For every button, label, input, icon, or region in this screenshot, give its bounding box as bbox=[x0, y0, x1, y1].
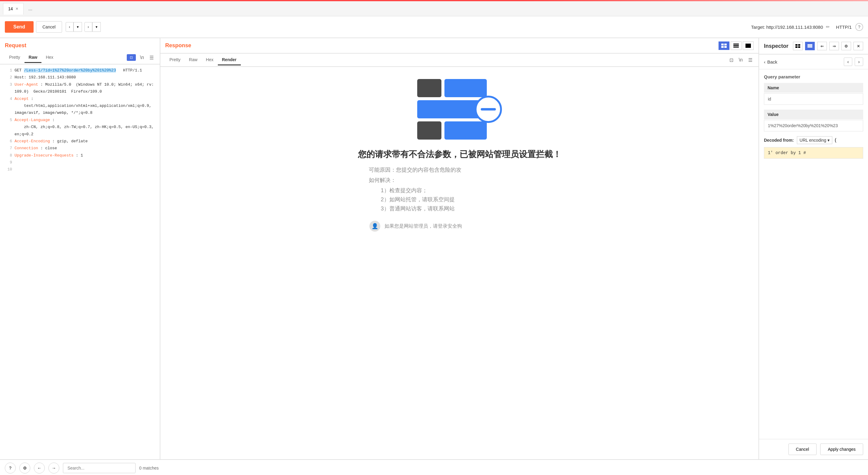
inspector-prev-arrow[interactable]: ‹ bbox=[844, 58, 852, 66]
request-line-9: 9 bbox=[5, 159, 155, 166]
nav-prev-group: ‹ ▾ bbox=[66, 22, 82, 32]
view-btn-grid[interactable] bbox=[718, 41, 730, 50]
inspector-nav-arrows: ‹ › bbox=[844, 58, 863, 66]
response-icon-menu[interactable]: ☰ bbox=[747, 56, 754, 64]
svg-rect-3 bbox=[724, 46, 727, 48]
help-icon[interactable]: ? bbox=[855, 23, 863, 31]
request-icon-wrap[interactable]: ⊡ bbox=[127, 54, 136, 61]
inspector-panel: Inspector ⇐ ⇒ ⚙ ✕ ‹ Back ‹ › bbox=[759, 38, 868, 459]
inspector-body: Query parameter Name id Value 1%27%20ord… bbox=[759, 69, 868, 439]
inspector-nav: ‹ Back ‹ › bbox=[759, 55, 868, 69]
value-field-value[interactable]: 1%27%20order%20by%201%20%23 bbox=[764, 120, 863, 131]
decoded-from-select[interactable]: URL encoding ▾ bbox=[797, 136, 832, 144]
request-line-6: 6 Accept-Encoding : gzip, deflate bbox=[5, 138, 155, 145]
name-field-value[interactable]: id bbox=[764, 93, 863, 105]
footer-apply-button[interactable]: Apply changes bbox=[820, 444, 863, 455]
solution-label: 如何解决： bbox=[369, 177, 550, 184]
request-line-4: 4 Accept : text/html,application/xhtml+x… bbox=[5, 95, 155, 117]
request-body: 1 GET /Less-1/?id=1%27%20order%20by%201%… bbox=[0, 64, 160, 459]
tab-14[interactable]: 14 ✕ bbox=[3, 3, 24, 14]
response-body: 您的请求带有不合法参数，已被网站管理员设置拦截！ 可能原因：您提交的内容包含危险… bbox=[160, 67, 758, 459]
request-line-2: 2 Host: 192.168.111.143:8080 bbox=[5, 74, 155, 81]
block-blue-2 bbox=[444, 121, 487, 140]
request-tab-icons: ⊡ \n ☰ bbox=[127, 54, 155, 62]
response-tab-raw[interactable]: Raw bbox=[185, 55, 202, 65]
request-panel: Request Pretty Raw Hex ⊡ \n ☰ 1 GET /Les… bbox=[0, 38, 160, 459]
nav-next-down-button[interactable]: ▾ bbox=[92, 22, 101, 32]
request-icon-menu[interactable]: ☰ bbox=[148, 54, 155, 62]
target-label: Target: http://192.168.111.143:8080 bbox=[751, 25, 823, 30]
request-line-5: 5 Accept-Language : zh-CN, zh;q=0.8, zh-… bbox=[5, 117, 155, 138]
nav-next-button[interactable]: › bbox=[85, 22, 92, 32]
decoded-expand-icon[interactable]: ( bbox=[835, 138, 836, 143]
response-icon-wrap[interactable]: ⊡ bbox=[728, 56, 735, 64]
request-line-7: 7 Connection : close bbox=[5, 145, 155, 152]
forward-history-button[interactable]: → bbox=[49, 463, 59, 474]
http-version[interactable]: HTTP/1 bbox=[836, 25, 852, 30]
svg-rect-0 bbox=[721, 43, 724, 46]
block-icon bbox=[417, 79, 502, 140]
tab-14-close[interactable]: ✕ bbox=[16, 7, 19, 11]
inspector-icon-gear[interactable]: ⚙ bbox=[841, 42, 851, 50]
tab-dots[interactable]: ... bbox=[25, 4, 36, 14]
footer-cancel-button[interactable]: Cancel bbox=[788, 444, 817, 455]
svg-rect-7 bbox=[745, 43, 751, 48]
status-bar: ? ⚙ ← → 0 matches bbox=[0, 459, 868, 475]
decoded-row: Decoded from: URL encoding ▾ ( bbox=[764, 136, 863, 144]
step-3: 3）普通网站访客，请联系网站 bbox=[381, 205, 562, 212]
inspector-icon-align-left[interactable]: ⇐ bbox=[817, 42, 827, 50]
back-history-button[interactable]: ← bbox=[34, 463, 45, 474]
footer-note: 如果您是网站管理员，请登录安全狗 bbox=[384, 223, 462, 230]
svg-rect-1 bbox=[724, 43, 727, 46]
svg-rect-12 bbox=[796, 46, 798, 48]
response-icon-newline[interactable]: \n bbox=[738, 56, 744, 64]
cancel-button[interactable]: Cancel bbox=[36, 21, 62, 33]
response-tab-row: Pretty Raw Hex Render ⊡ \n ☰ bbox=[160, 54, 758, 67]
response-tab-pretty[interactable]: Pretty bbox=[165, 55, 185, 65]
edit-icon[interactable]: ✏ bbox=[826, 24, 830, 30]
request-panel-title: Request bbox=[0, 38, 160, 51]
nav-prev-down-button[interactable]: ▾ bbox=[73, 22, 82, 32]
reason-label: 可能原因：您提交的内容包含危险的攻 bbox=[369, 166, 550, 174]
view-btn-list[interactable] bbox=[731, 41, 742, 50]
toolbar: Send Cancel ‹ ▾ › ▾ Target: http://192.1… bbox=[0, 16, 868, 38]
view-btn-full[interactable] bbox=[743, 41, 754, 50]
tab-14-label: 14 bbox=[8, 6, 13, 11]
inspector-header: Inspector ⇐ ⇒ ⚙ ✕ bbox=[759, 38, 868, 55]
inspector-title: Inspector bbox=[764, 43, 793, 49]
svg-rect-4 bbox=[733, 43, 739, 44]
search-input[interactable] bbox=[63, 463, 135, 473]
target-info: Target: http://192.168.111.143:8080 ✏ bbox=[751, 24, 830, 30]
inspector-icon-grid[interactable] bbox=[793, 42, 803, 50]
svg-text:👤: 👤 bbox=[372, 223, 378, 230]
back-button[interactable]: ‹ Back bbox=[764, 59, 777, 64]
request-tab-hex[interactable]: Hex bbox=[41, 52, 58, 63]
response-tab-hex[interactable]: Hex bbox=[202, 55, 218, 65]
inspector-icon-list[interactable] bbox=[805, 42, 815, 50]
inspector-next-arrow[interactable]: › bbox=[855, 58, 863, 66]
step-2: 2）如网站托管，请联系空间提 bbox=[381, 196, 562, 203]
decoded-value[interactable]: 1' order by 1 # bbox=[764, 147, 863, 159]
svg-rect-5 bbox=[733, 45, 739, 46]
block-blue-1 bbox=[444, 79, 487, 97]
inspector-icon-close[interactable]: ✕ bbox=[854, 42, 863, 50]
response-tab-render[interactable]: Render bbox=[218, 55, 241, 65]
svg-rect-16 bbox=[807, 47, 812, 48]
help-circle-button[interactable]: ? bbox=[5, 463, 16, 474]
send-button[interactable]: Send bbox=[5, 21, 34, 33]
nav-prev-button[interactable]: ‹ bbox=[66, 22, 73, 32]
decoded-from-label: Decoded from: bbox=[764, 138, 794, 143]
request-tab-pretty[interactable]: Pretty bbox=[5, 52, 25, 63]
request-line-8: 8 Upgrade-Insecure-Requests : 1 bbox=[5, 152, 155, 159]
svg-rect-6 bbox=[733, 47, 739, 48]
request-line-1: 1 GET /Less-1/?id=1%27%20order%20by%201%… bbox=[5, 67, 155, 74]
request-tab-raw[interactable]: Raw bbox=[25, 52, 42, 63]
svg-rect-2 bbox=[721, 46, 724, 48]
settings-button[interactable]: ⚙ bbox=[19, 463, 30, 474]
request-icon-newline[interactable]: \n bbox=[139, 54, 145, 61]
inspector-icons: ⇐ ⇒ ⚙ ✕ bbox=[793, 42, 863, 50]
request-tab-row: Pretty Raw Hex ⊡ \n ☰ bbox=[0, 51, 160, 64]
main-content: Request Pretty Raw Hex ⊡ \n ☰ 1 GET /Les… bbox=[0, 38, 868, 459]
tab-bar: 14 ✕ ... bbox=[0, 1, 868, 16]
inspector-icon-align-right[interactable]: ⇒ bbox=[829, 42, 839, 50]
